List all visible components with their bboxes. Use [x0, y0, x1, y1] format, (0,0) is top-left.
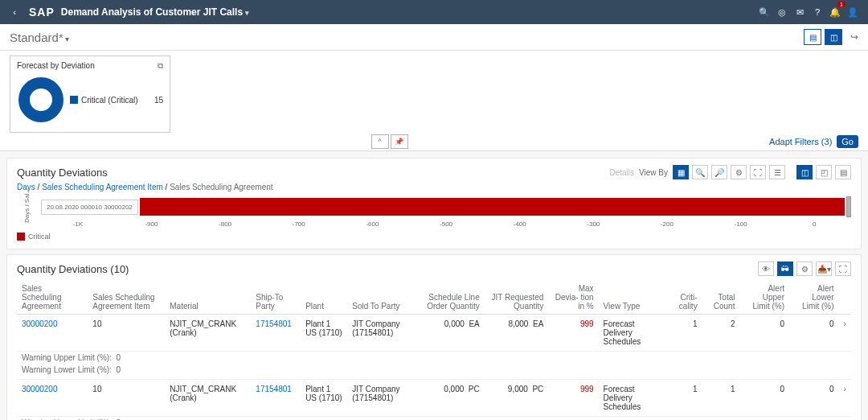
- share-icon[interactable]: ↪: [850, 31, 858, 43]
- cell-lower: 0: [789, 380, 839, 417]
- y-axis-label: Days / Sal...: [24, 188, 31, 223]
- view-chart-button[interactable]: ◫: [825, 29, 842, 45]
- cell-dev: 999: [548, 380, 598, 417]
- cell-lower: 0: [789, 315, 839, 352]
- chart-section: Quantity Deviations Details View By ▦ 🔍 …: [6, 158, 862, 249]
- cell-count: 2: [702, 315, 740, 352]
- cell-count: 1: [702, 380, 740, 417]
- col-count[interactable]: Total Count: [702, 281, 740, 315]
- zoom-in-icon[interactable]: 🔍: [692, 165, 708, 179]
- crumb-current: Sales Scheduling Agreement: [170, 183, 272, 191]
- col-shipto[interactable]: Ship-To Party: [251, 281, 301, 315]
- filter-card-area: Forecast by Deviation ⧉ Critical (Critic…: [0, 51, 868, 133]
- warn-upper: Warning Upper Limit (%): 0: [17, 352, 851, 364]
- cell-shipto[interactable]: 17154801: [251, 380, 301, 417]
- legend-swatch: [70, 96, 78, 104]
- go-button[interactable]: Go: [837, 135, 858, 148]
- fullscreen-icon[interactable]: ⛶: [750, 165, 766, 179]
- chart-scroll-handle[interactable]: [846, 196, 851, 217]
- details-label: Details: [609, 168, 634, 177]
- cell-soldto: JIT Company (17154801): [347, 380, 415, 417]
- shell-bar: ‹ SAP Demand Analysis of Customer JIT Ca…: [0, 0, 868, 24]
- cell-soldto: JIT Company (17154801): [347, 315, 415, 352]
- chart-section-title: Quantity Deviations: [17, 167, 108, 179]
- col-dev[interactable]: Max Devia- tion in %: [548, 281, 598, 315]
- cell-crit: 1: [668, 380, 702, 417]
- hide-details-icon[interactable]: 🕶: [777, 261, 793, 276]
- x-tick: -900: [115, 220, 189, 228]
- view-list-button[interactable]: ▤: [804, 29, 821, 45]
- adapt-filters-link[interactable]: Adapt Filters (3): [769, 137, 832, 146]
- x-tick: -400: [483, 220, 557, 228]
- x-tick: -1K: [41, 220, 115, 228]
- table-row[interactable]: 3000020010NJIT_CM_CRANK (Crank)17154801P…: [17, 315, 851, 352]
- export-icon[interactable]: 📥▾: [816, 261, 832, 276]
- col-soldto[interactable]: Sold To Party: [347, 281, 415, 315]
- pin-toggle[interactable]: 📌: [391, 134, 408, 149]
- legend-label: Critical (Critical): [81, 96, 138, 105]
- x-tick: -800: [188, 220, 262, 228]
- table-view-button[interactable]: ▤: [835, 165, 851, 179]
- feedback-icon[interactable]: ✉: [791, 3, 809, 21]
- user-icon[interactable]: 👤: [844, 3, 862, 21]
- col-material[interactable]: Material: [165, 281, 251, 315]
- settings-icon[interactable]: ⚙: [731, 165, 747, 179]
- charttable-view-button[interactable]: ◫: [796, 165, 813, 179]
- table-settings-icon[interactable]: ⚙: [796, 261, 813, 276]
- cell-crit: 1: [668, 315, 702, 352]
- donut-chart[interactable]: [18, 77, 63, 122]
- table-header-row: Sales Scheduling Agreement Sales Schedul…: [17, 281, 851, 315]
- back-button[interactable]: ‹: [6, 7, 23, 17]
- dimension-button[interactable]: ▦: [673, 165, 689, 179]
- table-row[interactable]: 3000020010NJIT_CM_CRANK (Crank)17154801P…: [17, 380, 851, 417]
- table-section: Quantity Deviations (10) 👁 🕶 ⚙ 📥▾ ⛶ Sale…: [6, 254, 862, 420]
- drill-breadcrumb: Days / Sales Scheduling Agreement Item /…: [17, 183, 851, 191]
- col-crit[interactable]: Criti- cality: [668, 281, 702, 315]
- x-tick: -700: [262, 220, 336, 228]
- table-fullscreen-icon[interactable]: ⛶: [835, 261, 851, 276]
- crumb-item[interactable]: Sales Scheduling Agreement Item: [42, 183, 163, 191]
- col-viewtype[interactable]: View Type: [599, 281, 668, 315]
- col-agreement[interactable]: Sales Scheduling Agreement: [17, 281, 88, 315]
- x-tick: -500: [409, 220, 483, 228]
- help-icon[interactable]: ?: [809, 3, 826, 21]
- cell-agreement[interactable]: 30000200: [17, 380, 88, 417]
- cell-plant: Plant 1 US (1710): [301, 380, 347, 417]
- app-title[interactable]: Demand Analysis of Customer JIT Calls: [61, 6, 249, 18]
- cell-viewtype: Forecast Delivery Schedules: [599, 380, 668, 417]
- card-legend: Critical (Critical) 15: [70, 96, 163, 105]
- cell-material: NJIT_CM_CRANK (Crank): [165, 315, 251, 352]
- chart-tooltip: 20.08.2020 000010 30000202: [41, 200, 138, 215]
- variant-bar: Standard* ▤ ◫ ↪: [0, 24, 868, 51]
- filter-actions: ^ 📌 Adapt Filters (3) Go: [0, 133, 868, 151]
- cell-upper: 0: [739, 380, 789, 417]
- chart-view-button[interactable]: ◰: [816, 165, 832, 179]
- col-upper[interactable]: Alert Upper Limit (%): [739, 281, 789, 315]
- legend-swatch-critical: [17, 233, 25, 241]
- col-plant[interactable]: Plant: [301, 281, 347, 315]
- collapse-toggle[interactable]: ^: [371, 134, 389, 149]
- variant-name[interactable]: Standard*: [10, 31, 70, 44]
- warn-upper: Warning Upper Limit (%): 0: [17, 417, 851, 421]
- cell-item: 10: [88, 315, 165, 352]
- cell-agreement[interactable]: 30000200: [17, 315, 88, 352]
- cell-upper: 0: [739, 315, 789, 352]
- col-lower[interactable]: Alert Lower Limit (%): [789, 281, 839, 315]
- warn-lower: Warning Lower Limit (%): 0: [17, 364, 851, 380]
- cell-shipto[interactable]: 17154801: [251, 315, 301, 352]
- chart-bar[interactable]: [140, 198, 845, 216]
- zoom-out-icon[interactable]: 🔎: [711, 165, 727, 179]
- show-details-icon[interactable]: 👁: [758, 261, 774, 276]
- row-nav-icon[interactable]: ›: [839, 380, 851, 417]
- col-slq[interactable]: Schedule Line Order Quantity: [416, 281, 485, 315]
- table-title: Quantity Deviations (10): [17, 263, 129, 275]
- x-tick: -200: [630, 220, 704, 228]
- col-item[interactable]: Sales Scheduling Agreement Item: [88, 281, 165, 315]
- card-popout-icon[interactable]: ⧉: [158, 61, 163, 71]
- row-nav-icon[interactable]: ›: [839, 315, 851, 352]
- copilot-icon[interactable]: ◎: [773, 3, 791, 21]
- col-jit[interactable]: JIT Requested Quantity: [485, 281, 549, 315]
- sort-icon[interactable]: ☰: [769, 165, 785, 179]
- notification-icon[interactable]: 🔔1: [826, 3, 844, 21]
- search-icon[interactable]: 🔍: [755, 3, 773, 21]
